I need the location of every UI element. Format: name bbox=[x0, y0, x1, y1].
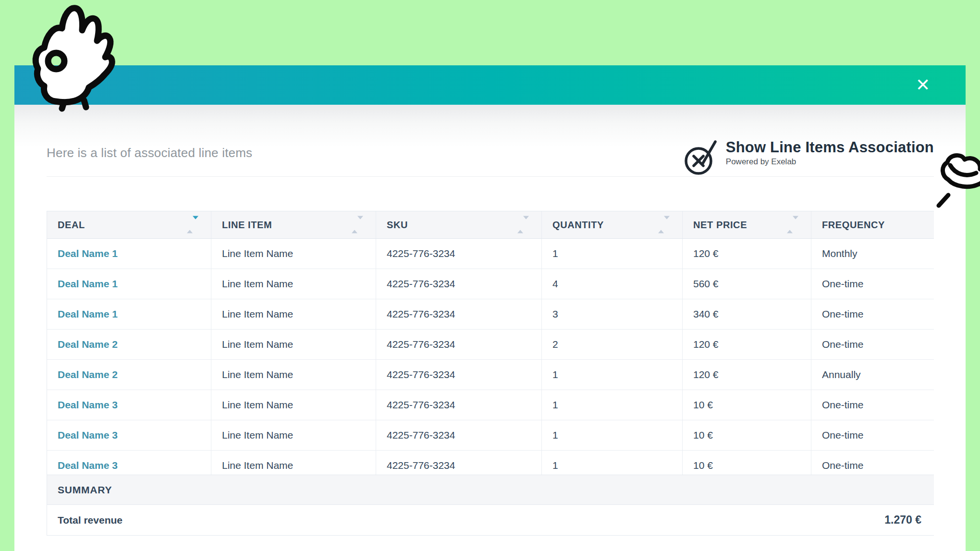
sort-arrows-icon[interactable] bbox=[787, 220, 798, 231]
column-label: LINE ITEM bbox=[222, 220, 272, 231]
intro-text: Here is a list of associated line items bbox=[47, 146, 252, 160]
deal-cell: Deal Name 2 bbox=[47, 360, 211, 390]
header-divider bbox=[47, 176, 934, 177]
sort-arrows-icon[interactable] bbox=[352, 220, 363, 231]
line-item-cell: Line Item Name bbox=[211, 420, 376, 450]
frequency-cell: Annually bbox=[811, 360, 934, 390]
brand-block: Show Line Items Association Powered by E… bbox=[683, 139, 934, 177]
frequency-cell: One-time bbox=[811, 390, 934, 420]
table-row: Deal Name 2 Line Item Name 4225-776-3234… bbox=[47, 360, 934, 390]
line-item-cell: Line Item Name bbox=[211, 451, 376, 475]
deal-link[interactable]: Deal Name 3 bbox=[58, 429, 118, 441]
table-row: Deal Name 1 Line Item Name 4225-776-3234… bbox=[47, 299, 934, 330]
sku-cell: 4225-776-3234 bbox=[376, 420, 542, 450]
ok-hand-icon bbox=[26, 2, 122, 112]
brand-title: Show Line Items Association bbox=[726, 139, 934, 156]
quantity-cell: 3 bbox=[542, 299, 683, 329]
deal-cell: Deal Name 1 bbox=[47, 299, 211, 329]
frequency-cell: One-time bbox=[811, 451, 934, 475]
sort-arrows-icon[interactable] bbox=[658, 220, 670, 231]
net-price-cell: 120 € bbox=[683, 239, 811, 269]
total-revenue-label: Total revenue bbox=[58, 514, 122, 526]
line-item-cell: Line Item Name bbox=[211, 360, 376, 390]
table-row: Deal Name 3 Line Item Name 4225-776-3234… bbox=[47, 451, 934, 475]
quantity-cell: 2 bbox=[542, 330, 683, 359]
column-label: FREQUENCY bbox=[822, 220, 885, 231]
frequency-cell: One-time bbox=[811, 330, 934, 359]
net-price-cell: 10 € bbox=[683, 420, 811, 450]
quantity-cell: 1 bbox=[542, 420, 683, 450]
brand-logo-icon bbox=[683, 140, 719, 177]
deal-cell: Deal Name 2 bbox=[47, 330, 211, 359]
quantity-cell: 4 bbox=[542, 269, 683, 299]
brand-subtitle: Powered by Exelab bbox=[726, 157, 934, 167]
line-items-table: DEAL LINE ITEM SKU QUANTITY NET PRICE FR… bbox=[47, 211, 934, 536]
summary-header: SUMMARY bbox=[47, 475, 934, 505]
sku-cell: 4225-776-3234 bbox=[376, 330, 542, 359]
quantity-cell: 1 bbox=[542, 451, 683, 475]
column-label: QUANTITY bbox=[552, 220, 604, 231]
column-label: SKU bbox=[387, 220, 408, 231]
line-item-cell: Line Item Name bbox=[211, 390, 376, 420]
quantity-cell: 1 bbox=[542, 360, 683, 390]
deal-link[interactable]: Deal Name 1 bbox=[58, 308, 118, 320]
deal-link[interactable]: Deal Name 3 bbox=[58, 460, 118, 471]
sku-cell: 4225-776-3234 bbox=[376, 299, 542, 329]
net-price-cell: 10 € bbox=[683, 451, 811, 475]
table-row: Deal Name 2 Line Item Name 4225-776-3234… bbox=[47, 330, 934, 360]
column-header-frequency[interactable]: FREQUENCY bbox=[811, 211, 934, 238]
table-row: Deal Name 1 Line Item Name 4225-776-3234… bbox=[47, 239, 934, 269]
net-price-cell: 340 € bbox=[683, 299, 811, 329]
sort-arrows-icon[interactable] bbox=[517, 220, 529, 231]
column-header-quantity[interactable]: QUANTITY bbox=[542, 211, 683, 238]
net-price-cell: 120 € bbox=[683, 360, 811, 390]
deal-link[interactable]: Deal Name 2 bbox=[58, 339, 118, 350]
sku-cell: 4225-776-3234 bbox=[376, 360, 542, 390]
line-item-cell: Line Item Name bbox=[211, 330, 376, 359]
net-price-cell: 560 € bbox=[683, 269, 811, 299]
sort-arrows-icon[interactable] bbox=[187, 220, 198, 231]
deal-link[interactable]: Deal Name 1 bbox=[58, 248, 118, 259]
sku-cell: 4225-776-3234 bbox=[376, 451, 542, 475]
summary-total-row: Total revenue 1.270 € bbox=[47, 505, 934, 536]
frequency-cell: Monthly bbox=[811, 239, 934, 269]
quantity-cell: 1 bbox=[542, 239, 683, 269]
column-header-line-item[interactable]: LINE ITEM bbox=[211, 211, 376, 238]
deal-cell: Deal Name 3 bbox=[47, 390, 211, 420]
line-item-cell: Line Item Name bbox=[211, 239, 376, 269]
frequency-cell: One-time bbox=[811, 299, 934, 329]
table-row: Deal Name 3 Line Item Name 4225-776-3234… bbox=[47, 390, 934, 420]
frequency-cell: One-time bbox=[811, 269, 934, 299]
table-header-row: DEAL LINE ITEM SKU QUANTITY NET PRICE FR… bbox=[47, 211, 934, 239]
net-price-cell: 120 € bbox=[683, 330, 811, 359]
column-header-net-price[interactable]: NET PRICE bbox=[683, 211, 811, 238]
column-header-deal[interactable]: DEAL bbox=[47, 211, 211, 238]
summary-label: SUMMARY bbox=[58, 484, 112, 496]
deal-link[interactable]: Deal Name 2 bbox=[58, 369, 118, 380]
deal-link[interactable]: Deal Name 3 bbox=[58, 399, 118, 411]
line-item-cell: Line Item Name bbox=[211, 269, 376, 299]
column-label: DEAL bbox=[58, 220, 85, 231]
column-header-sku[interactable]: SKU bbox=[376, 211, 542, 238]
modal-header-bar bbox=[14, 65, 966, 105]
net-price-cell: 10 € bbox=[683, 390, 811, 420]
table-row: Deal Name 1 Line Item Name 4225-776-3234… bbox=[47, 269, 934, 299]
deal-cell: Deal Name 3 bbox=[47, 451, 211, 475]
frequency-cell: One-time bbox=[811, 420, 934, 450]
sku-cell: 4225-776-3234 bbox=[376, 269, 542, 299]
pushpin-doodle-icon bbox=[934, 151, 980, 208]
column-label: NET PRICE bbox=[693, 220, 747, 231]
deal-cell: Deal Name 1 bbox=[47, 239, 211, 269]
quantity-cell: 1 bbox=[542, 390, 683, 420]
table-body: Deal Name 1 Line Item Name 4225-776-3234… bbox=[47, 239, 934, 475]
total-revenue-value: 1.270 € bbox=[884, 514, 921, 527]
deal-cell: Deal Name 3 bbox=[47, 420, 211, 450]
table-row: Deal Name 3 Line Item Name 4225-776-3234… bbox=[47, 420, 934, 451]
line-item-cell: Line Item Name bbox=[211, 299, 376, 329]
sku-cell: 4225-776-3234 bbox=[376, 390, 542, 420]
sku-cell: 4225-776-3234 bbox=[376, 239, 542, 269]
deal-link[interactable]: Deal Name 1 bbox=[58, 278, 118, 290]
deal-cell: Deal Name 1 bbox=[47, 269, 211, 299]
close-button[interactable]: ✕ bbox=[911, 73, 935, 97]
